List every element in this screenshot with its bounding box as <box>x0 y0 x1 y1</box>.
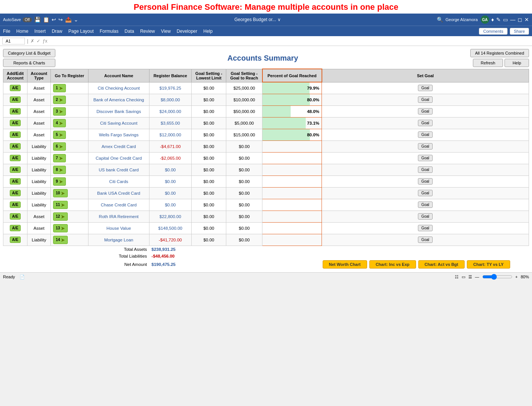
set-goal-button[interactable]: Goal <box>418 190 433 196</box>
reports-charts-button[interactable]: Reports & Charts <box>3 59 55 67</box>
window-icon[interactable]: ▭ <box>503 17 508 23</box>
pen-icon[interactable]: ✎ <box>496 17 501 23</box>
account-name[interactable]: Citi Saving Account <box>88 117 149 129</box>
menu-file[interactable]: File <box>3 29 10 34</box>
ae-button[interactable]: A/E <box>10 96 21 103</box>
down-arrow-icon[interactable]: ⌄ <box>74 17 78 23</box>
undo-icon[interactable]: ↩ <box>52 17 56 23</box>
formula-input[interactable] <box>50 38 530 44</box>
chart-button-0[interactable]: Net Worth Chart <box>323 260 367 269</box>
account-name[interactable]: Bank of America Checking <box>88 94 149 105</box>
ae-button[interactable]: A/E <box>10 201 21 208</box>
account-name[interactable]: Amex Credit Card <box>88 140 149 152</box>
goto-register-button[interactable]: 13 ➤ <box>53 224 68 232</box>
menu-page-layout[interactable]: Page Layout <box>68 29 93 34</box>
cell-reference[interactable]: A1 <box>2 38 25 44</box>
goto-register-button[interactable]: 4 ➤ <box>53 119 66 127</box>
account-name[interactable]: Chase Credit Card <box>88 199 149 211</box>
goto-register-button[interactable]: 7 ➤ <box>53 154 66 162</box>
ae-button[interactable]: A/E <box>10 131 21 138</box>
account-name[interactable]: Wells Fargo Savings <box>88 129 149 140</box>
ae-button[interactable]: A/E <box>10 166 21 173</box>
account-name[interactable]: US bank Credit Card <box>88 164 149 176</box>
comments-button[interactable]: Comments <box>479 28 507 35</box>
zoom-plus[interactable]: + <box>515 275 518 279</box>
menu-help[interactable]: Help <box>203 29 213 34</box>
set-goal-button[interactable]: Goal <box>418 131 433 138</box>
set-goal-button[interactable]: Goal <box>418 96 433 103</box>
category-list-button[interactable]: Category List & Budget <box>3 49 55 57</box>
chart-button-3[interactable]: Chart: TY vs LY <box>467 260 510 269</box>
help-button[interactable]: Help <box>505 59 529 67</box>
set-goal-button[interactable]: Goal <box>418 237 433 243</box>
menu-home[interactable]: Home <box>16 29 28 34</box>
goto-register-button[interactable]: 9 ➤ <box>53 177 66 186</box>
set-goal-button[interactable]: Goal <box>418 155 433 161</box>
set-goal-button[interactable]: Goal <box>418 178 433 185</box>
goto-register-button[interactable]: 14 ➤ <box>53 236 68 244</box>
all-registers-button[interactable]: All 14 Registers Combined <box>470 49 529 57</box>
ae-button[interactable]: A/E <box>10 108 21 114</box>
page-view-icon[interactable]: ▭ <box>462 275 465 279</box>
search-icon[interactable]: 🔍 <box>437 17 443 23</box>
account-name[interactable]: Citi Checking Account <box>88 82 149 94</box>
grid-view-icon[interactable]: ☷ <box>455 275 459 279</box>
menu-data[interactable]: Data <box>125 29 134 34</box>
account-name[interactable]: Roth IRA Retirement <box>88 211 149 222</box>
ae-button[interactable]: A/E <box>10 85 21 91</box>
chart-button-1[interactable]: Chart: Inc vs Exp <box>369 260 416 269</box>
set-goal-button[interactable]: Goal <box>418 201 433 208</box>
refresh-button[interactable]: Refresh <box>473 59 503 67</box>
ae-button[interactable]: A/E <box>10 178 21 185</box>
account-name[interactable]: Citi Cards <box>88 176 149 187</box>
goto-register-button[interactable]: 11 ➤ <box>53 201 68 209</box>
save-icon[interactable]: 💾 <box>34 17 41 23</box>
set-goal-button[interactable]: Goal <box>418 213 433 220</box>
set-goal-button[interactable]: Goal <box>418 85 433 91</box>
menu-developer[interactable]: Developer <box>177 29 197 34</box>
register-balance: $8,000.00 <box>149 94 191 105</box>
ae-button[interactable]: A/E <box>10 120 21 126</box>
set-goal-button[interactable]: Goal <box>418 143 433 150</box>
menu-formulas[interactable]: Formulas <box>100 29 119 34</box>
close-icon[interactable]: ✕ <box>524 17 529 23</box>
account-name[interactable]: Bank USA Credit Card <box>88 187 149 199</box>
set-goal-button[interactable]: Goal <box>418 225 433 231</box>
diamond-icon[interactable]: ♦ <box>491 17 494 23</box>
menu-view[interactable]: View <box>161 29 171 34</box>
menu-review[interactable]: Review <box>140 29 155 34</box>
ae-button[interactable]: A/E <box>10 190 21 196</box>
save2-icon[interactable]: 📋 <box>43 17 49 23</box>
goto-register-button[interactable]: 5 ➤ <box>53 131 66 139</box>
share-button[interactable]: Share <box>510 28 529 35</box>
maximize-icon[interactable]: ◻ <box>518 17 522 23</box>
ae-button[interactable]: A/E <box>10 213 21 220</box>
custom-view-icon[interactable]: ☰ <box>468 275 472 279</box>
set-goal-button[interactable]: Goal <box>418 166 433 173</box>
account-name[interactable]: Mortgage Loan <box>88 234 149 246</box>
goto-register-button[interactable]: 6 ➤ <box>53 142 66 151</box>
zoom-slider[interactable] <box>482 274 512 280</box>
autosave-toggle[interactable]: Off <box>23 17 32 22</box>
upload-icon[interactable]: 📤 <box>65 17 72 23</box>
goto-register-button[interactable]: 8 ➤ <box>53 166 66 174</box>
redo-icon[interactable]: ↪ <box>58 17 63 23</box>
goto-register-button[interactable]: 2 ➤ <box>53 96 66 104</box>
goto-register-button[interactable]: 3 ➤ <box>53 107 66 116</box>
menu-insert[interactable]: Insert <box>34 29 46 34</box>
account-name[interactable]: Discover Bank Savings <box>88 105 149 117</box>
minimize-icon[interactable]: — <box>510 17 515 23</box>
goto-register-button[interactable]: 10 ➤ <box>53 189 68 197</box>
ae-button[interactable]: A/E <box>10 237 21 243</box>
set-goal-button[interactable]: Goal <box>418 120 433 126</box>
goto-register-button[interactable]: 12 ➤ <box>53 212 68 221</box>
set-goal-button[interactable]: Goal <box>418 108 433 114</box>
account-name[interactable]: House Value <box>88 222 149 234</box>
ae-button[interactable]: A/E <box>10 155 21 161</box>
ae-button[interactable]: A/E <box>10 225 21 231</box>
goto-register-button[interactable]: 1 ➤ <box>53 84 66 92</box>
chart-button-2[interactable]: Chart: Act vs Bgt <box>418 260 465 269</box>
menu-draw[interactable]: Draw <box>52 29 62 34</box>
ae-button[interactable]: A/E <box>10 143 21 150</box>
account-name[interactable]: Capital One Credit Card <box>88 152 149 164</box>
